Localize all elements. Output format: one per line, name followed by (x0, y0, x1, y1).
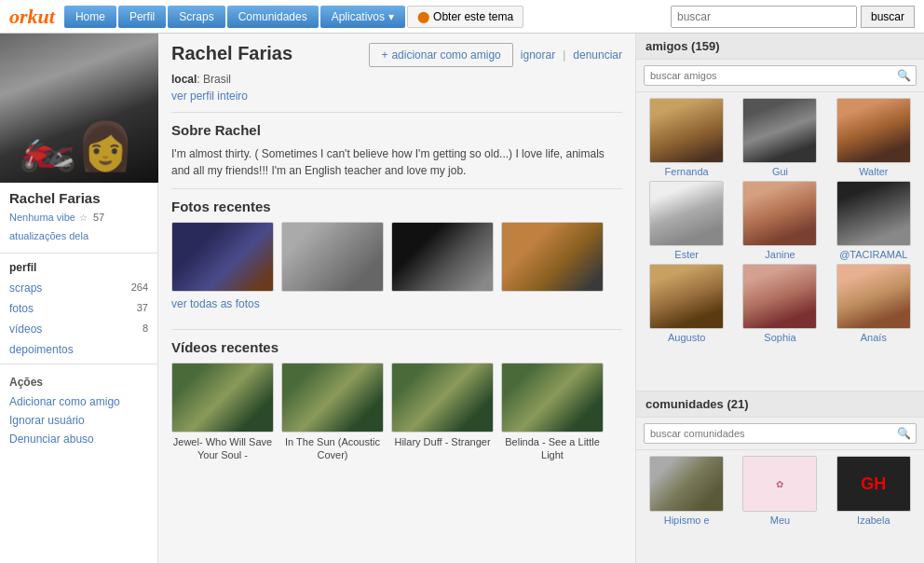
logo-accent: k (28, 5, 38, 28)
search-button[interactable]: buscar (861, 6, 915, 28)
friend-sophia[interactable]: Sophia (735, 264, 824, 343)
ignore-link[interactable]: ignorar (521, 48, 555, 62)
communities-header: comunidades (21) (636, 391, 924, 418)
sidebar-count-videos: 8 (143, 323, 148, 336)
nav-perfil[interactable]: Perfil (118, 6, 166, 28)
local-label: local (171, 73, 197, 86)
friend-janine[interactable]: Janine (735, 181, 824, 260)
communities-grid: Hipismo e ✿ Meu GH Izabela (636, 450, 924, 531)
theme-label: Obter este tema (433, 10, 513, 23)
friend-fernanda[interactable]: Fernanda (642, 98, 731, 177)
friend-avatar-gui (742, 98, 817, 163)
header: orkut Home Perfil Scraps Comunidades Apl… (0, 0, 924, 34)
chevron-down-icon: ▾ (388, 10, 394, 23)
ver-fotos-link[interactable]: ver todas as fotos (171, 297, 260, 310)
sidebar-link-label: depoimentos (9, 343, 74, 356)
nav-aplicativos[interactable]: Aplicativos ▾ (320, 6, 405, 28)
community-izabela[interactable]: GH Izabela (829, 456, 918, 526)
friend-augusto[interactable]: Augusto (642, 264, 731, 343)
nav-home[interactable]: Home (64, 6, 116, 28)
divider4 (171, 188, 622, 189)
friend-walter[interactable]: Walter (829, 98, 918, 177)
video-item-2[interactable]: In The Sun (Acoustic Cover) (281, 363, 384, 462)
logo-text2: ut (38, 5, 55, 28)
nav-scraps[interactable]: Scraps (168, 6, 224, 28)
photo-3[interactable] (391, 222, 494, 292)
sidebar-link-fotos[interactable]: fotos 37 (0, 298, 157, 319)
ver-perfil-link[interactable]: ver perfil inteiro (171, 89, 248, 103)
friend-taciramal[interactable]: @TACIRAMAL (829, 181, 918, 260)
video-label-4: Belinda - See a Little Light (501, 435, 604, 462)
action-ignore[interactable]: Ignorar usuário (0, 411, 157, 430)
action-add-friend[interactable]: Adicionar como amigo (0, 392, 157, 411)
communities-scroll[interactable]: Hipismo e ✿ Meu GH Izabela (636, 450, 924, 562)
friend-gui[interactable]: Gui (735, 98, 824, 177)
profile-local: local: Brasil (171, 73, 622, 86)
sidebar-link-perfil[interactable]: perfil (0, 257, 157, 278)
community-meu-icon: ✿ (776, 479, 783, 489)
friends-scroll[interactable]: Fernanda Gui Walter Ester Janine (636, 92, 924, 391)
community-meu[interactable]: ✿ Meu (735, 456, 824, 526)
logo-text: or (9, 5, 28, 28)
search-icon: 🔍 (897, 69, 911, 82)
friend-name-anais: Anaís (829, 332, 918, 343)
add-friend-button[interactable]: + adicionar como amigo (369, 43, 512, 67)
logo-orkut: orkut (9, 5, 55, 29)
friend-anais[interactable]: Anaís (829, 264, 918, 343)
sidebar-link-label: vídeos (9, 323, 42, 336)
divider5 (171, 329, 622, 330)
communities-search-input[interactable] (644, 423, 917, 444)
report-link[interactable]: denunciar (573, 48, 622, 62)
video-label-3: Hilary Duff - Stranger (391, 435, 494, 448)
sidebar-atualizacoes[interactable]: atualizações dela (0, 228, 157, 249)
friend-avatar-fernanda (649, 98, 724, 163)
friends-search-input[interactable] (644, 65, 917, 86)
profile-photo (0, 34, 158, 183)
nav-comunidades[interactable]: Comunidades (227, 6, 319, 28)
friend-avatar-janine (742, 181, 817, 246)
sidebar-link-label: perfil (9, 261, 36, 274)
friend-name-gui: Gui (735, 166, 824, 177)
photo-2[interactable] (281, 222, 384, 292)
vibe-label: Nenhuma vibe (9, 212, 75, 223)
video-thumb-2 (281, 363, 384, 433)
video-label-2: In The Sun (Acoustic Cover) (281, 435, 384, 462)
photo-1[interactable] (171, 222, 274, 292)
community-name-meu: Meu (735, 515, 824, 526)
friend-avatar-taciramal (836, 181, 911, 246)
video-item-3[interactable]: Hilary Duff - Stranger (391, 363, 494, 462)
friends-grid: Fernanda Gui Walter Ester Janine (636, 92, 924, 349)
main-layout: Rachel Farias Nenhuma vibe ☆ 57 atualiza… (0, 34, 924, 563)
community-izabela-text: GH (861, 474, 886, 494)
friend-ester[interactable]: Ester (642, 181, 731, 260)
video-thumb-4 (501, 363, 604, 433)
community-name-hipismo: Hipismo e (642, 515, 731, 526)
divider2 (0, 364, 157, 364)
photos-grid (171, 222, 622, 292)
theme-icon: ⬤ (417, 10, 429, 23)
video-item-4[interactable]: Belinda - See a Little Light (501, 363, 604, 462)
sidebar-link-depoimentos[interactable]: depoimentos (0, 339, 157, 360)
videos-title: Vídeos recentes (171, 339, 622, 355)
community-hipismo[interactable]: Hipismo e (642, 456, 731, 526)
search-icon-communities: 🔍 (897, 427, 911, 440)
friends-search-area: 🔍 (636, 60, 924, 92)
search-input[interactable] (671, 6, 857, 28)
community-thumb-izabela: GH (836, 456, 911, 512)
plus-icon: + (381, 48, 387, 62)
sidebar-link-scraps[interactable]: scraps 264 (0, 278, 157, 298)
vibe-count: 57 (93, 212, 104, 223)
friend-name-taciramal: @TACIRAMAL (829, 249, 918, 260)
video-thumb-3 (391, 363, 494, 433)
photo-4[interactable] (501, 222, 604, 292)
vibe-row: Nenhuma vibe ☆ 57 (0, 210, 157, 228)
aplicativos-label: Aplicativos (332, 10, 385, 23)
nav-theme[interactable]: ⬤ Obter este tema (407, 6, 523, 28)
profile-actions: + adicionar como amigo ignorar | denunci… (369, 43, 622, 67)
sidebar-link-videos[interactable]: vídeos 8 (0, 319, 157, 339)
action-report[interactable]: Denunciar abuso (0, 430, 157, 448)
star-icon: ☆ (79, 213, 88, 223)
search-area: buscar (671, 6, 915, 28)
video-item-1[interactable]: Jewel- Who Will Save Your Soul - (171, 363, 274, 462)
fotos-title: Fotos recentes (171, 199, 622, 214)
